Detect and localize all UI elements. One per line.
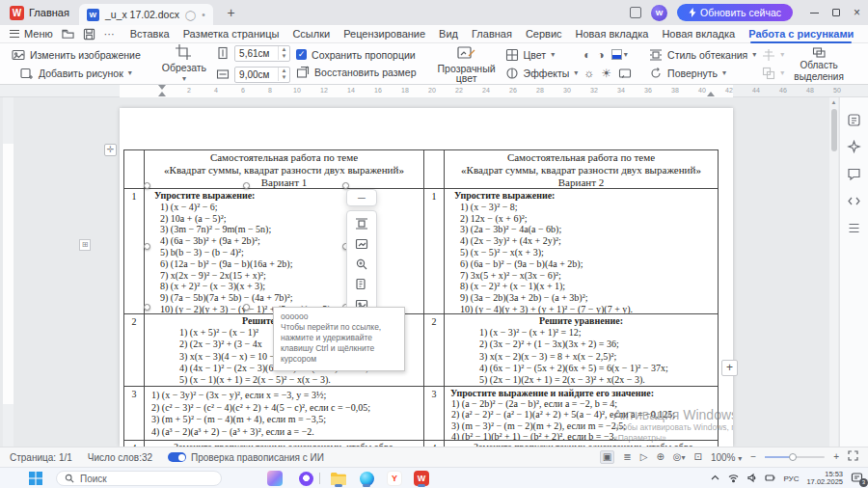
vertical-scrollbar[interactable]: ▲ [829, 97, 838, 447]
fit-page-icon[interactable]: ⊡ [694, 451, 702, 463]
zoom-in-button[interactable]: + [833, 451, 839, 463]
navigation-panel-icon[interactable] [847, 221, 861, 235]
fullscreen-icon[interactable] [848, 450, 858, 464]
insert-plus-button[interactable]: + [721, 360, 738, 376]
wrap-style-button[interactable]: Стиль обтекания▾ [649, 48, 756, 62]
user-avatar[interactable]: W [651, 5, 667, 21]
align-button[interactable]: ▾ [762, 48, 784, 62]
comments-panel-icon[interactable] [847, 167, 861, 181]
height-stepper-arrows[interactable]: ▲▼ [278, 46, 289, 60]
effects-button[interactable]: Эффекты▾ [505, 67, 579, 80]
doc-sync-icon[interactable]: ◯ [185, 10, 196, 20]
tab-9[interactable]: Новая вкладка [662, 25, 735, 43]
page-indicator[interactable]: Страница: 1/1 [10, 452, 72, 463]
open-folder-icon[interactable] [62, 28, 74, 41]
transparent-color-button[interactable]: Прозрачный цвет [434, 44, 500, 83]
tab-8[interactable]: Новая вкладка [576, 25, 649, 43]
zoom-level[interactable]: 100% ▾ [711, 452, 742, 463]
restore-size-button[interactable]: Восстановить размер [296, 66, 416, 79]
reset-picture-icon[interactable] [618, 67, 632, 80]
tab-6[interactable]: Главная [472, 25, 512, 43]
taskbar-clock[interactable]: 15:53 17.02.2025 [806, 471, 843, 487]
battery-icon[interactable] [765, 473, 775, 485]
more-quick-actions-button[interactable]: ⋯ [104, 28, 115, 41]
selection-handle-middle-left[interactable] [144, 243, 150, 250]
taskbar-search-box[interactable]: Поиск [56, 471, 222, 486]
left-indent-marker[interactable] [158, 92, 166, 96]
alice-assistant-button[interactable] [297, 470, 314, 487]
wifi-icon[interactable] [728, 473, 739, 485]
volume-icon[interactable] [746, 473, 757, 485]
copy-icon[interactable] [350, 276, 373, 293]
document-page[interactable]: Самостоятельная работа по теме«Квадрат с… [120, 108, 733, 447]
width-value[interactable]: 9,00см [235, 69, 278, 80]
keep-proportions-checkbox[interactable]: ✓ Сохранить пропорции [296, 49, 416, 61]
add-image-button[interactable]: Добавить рисунок ▾ [20, 67, 132, 80]
worksheet-image[interactable]: Самостоятельная работа по теме«Квадрат с… [123, 149, 719, 447]
selection-handle-top-center[interactable] [243, 182, 250, 189]
scrollbar-thumb[interactable] [831, 109, 837, 151]
vertical-ruler[interactable] [3, 97, 14, 447]
tab-2[interactable]: Разметка страницы [183, 25, 280, 43]
zoom-slider[interactable] [765, 456, 825, 458]
brightness-decrease-icon[interactable]: ☀ [601, 67, 611, 80]
word-count[interactable]: Число слов:32 [88, 452, 152, 463]
table-move-handle[interactable]: ✛ [104, 144, 117, 156]
wrap-text-icon[interactable] [350, 215, 373, 232]
close-button[interactable]: × [854, 8, 860, 17]
tab-3[interactable]: Ссылки [292, 25, 330, 43]
rotate-button[interactable]: Повернуть▾ [649, 67, 756, 80]
tab-10-active[interactable]: Работа с рисунками [748, 25, 854, 43]
yandex-browser-button[interactable]: Y [386, 470, 403, 487]
right-indent-marker[interactable] [707, 92, 715, 96]
new-document-tab-button[interactable]: + [223, 5, 240, 20]
color-button[interactable]: Цвет▾ [505, 48, 579, 62]
scroll-up-arrow[interactable]: ▲ [829, 99, 838, 105]
spellcheck-toggle[interactable]: Проверка правописания с ИИ [168, 452, 324, 463]
tray-expand-icon[interactable] [710, 473, 720, 485]
window-mode-icon[interactable] [630, 7, 641, 18]
selection-handle-bottom-center[interactable] [243, 304, 250, 311]
selection-handle-top-left[interactable] [144, 182, 150, 189]
contrast-decrease-icon[interactable]: ◑ [598, 48, 605, 62]
tab-5[interactable]: Вид [439, 25, 458, 43]
width-stepper-arrows[interactable]: ▲▼ [278, 68, 289, 81]
height-value[interactable]: 5,61см [235, 48, 278, 59]
brightness-increase-icon[interactable]: ☼ [583, 67, 594, 80]
code-panel-icon[interactable] [847, 194, 861, 208]
save-icon[interactable] [83, 28, 95, 41]
document-tab[interactable]: W _u_x 17.02.docx ◯ • [79, 4, 213, 25]
minimize-button[interactable] [810, 13, 819, 14]
ai-assistant-icon[interactable] [847, 140, 861, 154]
selection-area-button[interactable]: Область выделения [790, 45, 847, 82]
first-line-indent-marker[interactable] [158, 85, 166, 90]
file-explorer-button[interactable] [330, 470, 347, 487]
tab-1[interactable]: Вставка [130, 25, 170, 43]
notification-center-button[interactable]: 3 [851, 472, 864, 485]
menu-button[interactable]: Меню [10, 25, 53, 43]
floating-toolbar-collapse[interactable]: ─ [346, 189, 377, 206]
edit-picture-icon[interactable] [350, 235, 373, 253]
horizontal-ruler[interactable]: 2468101214161820222426283032343638404244… [0, 85, 868, 97]
wps-office-button[interactable]: W [413, 470, 430, 487]
tab-7[interactable]: Сервис [526, 25, 562, 43]
selection-handle-bottom-left[interactable] [144, 304, 150, 311]
tab-4[interactable]: Рецензирование [343, 25, 425, 43]
maximize-button[interactable] [832, 9, 840, 16]
edge-browser-button[interactable] [358, 470, 375, 487]
picture-border-color-button[interactable]: ▾ [611, 49, 628, 60]
update-now-button[interactable]: Обновить сейчас [677, 4, 793, 21]
language-indicator[interactable]: РУС [783, 474, 799, 483]
group-button[interactable]: ▾ [762, 67, 784, 80]
image-width-field[interactable]: 9,00см▲▼ [216, 67, 290, 83]
web-layout-icon[interactable]: ⊕ [656, 451, 664, 463]
change-image-button[interactable]: Изменить изображение [12, 48, 141, 62]
contrast-increase-icon[interactable]: ◐ [583, 48, 590, 62]
image-height-field[interactable]: 5,61см▲▼ [216, 45, 290, 62]
read-mode-icon[interactable]: ▷ [640, 451, 648, 463]
windows-start-button[interactable] [27, 470, 44, 487]
print-layout-view-icon[interactable]: ▣ [600, 450, 614, 464]
home-tab[interactable]: W Главная [0, 0, 79, 25]
widgets-button[interactable] [266, 470, 284, 487]
selection-handle-top-right[interactable] [342, 182, 349, 189]
